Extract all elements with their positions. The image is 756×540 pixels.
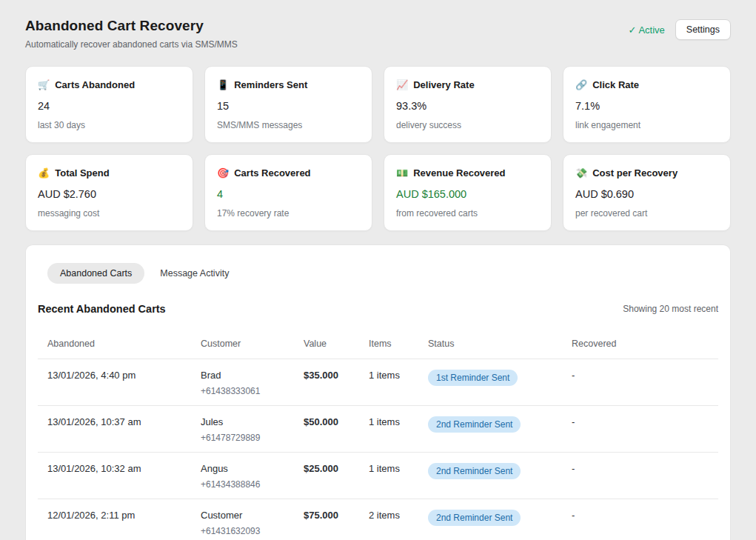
cell-items: 2 items [359,499,418,540]
stat-title: Reminders Sent [234,79,307,90]
stat-title: Revenue Recovered [413,167,505,179]
check-icon: ✓ [629,24,637,36]
stat-card: 💰 Total Spend AUD $2.760 messaging cost [25,154,193,231]
stat-title: Cost per Recovery [592,167,678,179]
stat-card: 🛒 Carts Abandoned 24 last 30 days [25,66,193,143]
cell-value: $50.000 [294,406,359,453]
col-abandoned: Abandoned [38,327,191,359]
customer-phone: +61431632093 [201,526,284,536]
cell-status: 1st Reminder Sent [418,359,562,406]
status-label: Active [638,24,664,36]
page: Abandoned Cart Recovery Automatically re… [0,0,756,540]
table-row: 12/01/2026, 2:11 pm Customer +6143163209… [38,499,718,540]
stat-head: 💰 Total Spend [38,167,181,179]
cell-abandoned: 12/01/2026, 2:11 pm [38,499,191,540]
stat-head: 📈 Delivery Rate [396,79,539,90]
cell-abandoned: 13/01/2026, 10:32 am [38,453,191,499]
stat-card: 💸 Cost per Recovery AUD $0.690 per recov… [563,154,731,231]
stat-subtitle: delivery success [396,120,539,130]
col-value: Value [294,327,359,359]
cell-items: 1 items [359,359,418,406]
stat-head: 🔗 Click Rate [575,79,718,90]
stat-value: 15 [217,100,360,112]
stat-subtitle: per recovered cart [575,208,718,219]
stat-value: AUD $2.760 [38,188,181,200]
page-header: Abandoned Cart Recovery Automatically re… [25,18,731,50]
status-pill: 2nd Reminder Sent [428,416,521,433]
stat-subtitle: messaging cost [38,208,181,219]
stat-head: 💸 Cost per Recovery [575,167,718,179]
customer-phone: +61434388846 [201,479,284,490]
stat-value: 24 [38,100,181,112]
status-pill: 2nd Reminder Sent [428,463,521,479]
stat-value: 4 [217,188,360,200]
customer-name: Angus [201,463,284,474]
header-left: Abandoned Cart Recovery Automatically re… [25,18,238,50]
customer-name: Jules [201,416,284,427]
tab-message-activity[interactable]: Message Activity [147,263,241,284]
stat-head: 💵 Revenue Recovered [396,167,539,179]
cell-abandoned: 13/01/2026, 4:40 pm [38,359,191,406]
stat-icon: 🔗 [575,80,587,90]
cart-table-body: 13/01/2026, 4:40 pm Brad +61438333061 $3… [38,359,718,540]
cell-customer: Brad +61438333061 [191,359,294,406]
stat-card: 🎯 Carts Recovered 4 17% recovery rate [204,154,372,231]
table-header-row: Abandoned Customer Value Items Status Re… [38,327,718,359]
cell-recovered: - [562,453,718,499]
stat-value: AUD $165.000 [396,188,539,200]
customer-phone: +61438333061 [201,386,284,396]
cell-recovered: - [562,406,718,453]
cell-recovered: - [562,359,718,406]
status-pill: 1st Reminder Sent [428,370,518,386]
table-row: 13/01/2026, 4:40 pm Brad +61438333061 $3… [38,359,718,406]
stat-card: 📈 Delivery Rate 93.3% delivery success [384,66,552,143]
cell-recovered: - [562,499,718,540]
stat-icon: 💵 [396,168,408,178]
stat-icon: 📱 [217,80,229,90]
status-badge: ✓ Active [629,24,665,36]
customer-name: Customer [201,510,284,521]
status-pill: 2nd Reminder Sent [428,510,521,526]
stat-value: AUD $0.690 [575,188,718,200]
stat-icon: 💰 [38,168,50,178]
stat-subtitle: from recovered carts [396,208,539,219]
cell-value: $35.000 [294,359,359,406]
cell-items: 1 items [359,453,418,499]
stat-subtitle: last 30 days [38,120,181,130]
tabs: Abandoned Carts Message Activity [47,263,718,284]
cell-customer: Jules +61478729889 [191,406,294,453]
customer-phone: +61478729889 [201,433,284,443]
stat-title: Total Spend [55,167,109,179]
section-title: Recent Abandoned Carts [38,303,166,315]
stat-subtitle: SMS/MMS messages [217,120,360,130]
stat-subtitle: 17% recovery rate [217,208,360,219]
stats-grid: 🛒 Carts Abandoned 24 last 30 days 📱 Remi… [25,66,731,231]
stat-value: 7.1% [575,100,718,112]
cell-customer: Angus +61434388846 [191,453,294,499]
header-right: ✓ Active Settings [629,18,731,40]
cell-value: $75.000 [294,499,359,540]
abandoned-carts-table: Abandoned Customer Value Items Status Re… [38,327,718,540]
stat-title: Carts Recovered [234,167,310,179]
page-title: Abandoned Cart Recovery [25,18,238,34]
page-subtitle: Automatically recover abandoned carts vi… [25,39,238,50]
stat-title: Carts Abandoned [55,79,135,90]
stat-card: 🔗 Click Rate 7.1% link engagement [563,66,731,143]
settings-button[interactable]: Settings [675,19,731,40]
stat-title: Delivery Rate [413,79,474,90]
stat-card: 📱 Reminders Sent 15 SMS/MMS messages [204,66,372,143]
stat-icon: 📈 [396,80,408,90]
cell-customer: Customer +61431632093 [191,499,294,540]
cell-status: 2nd Reminder Sent [418,406,562,453]
main-panel: Abandoned Carts Message Activity Recent … [25,244,731,540]
col-items: Items [359,327,418,359]
stat-icon: 💸 [575,168,587,178]
tab-abandoned-carts[interactable]: Abandoned Carts [47,263,144,284]
stat-card: 💵 Revenue Recovered AUD $165.000 from re… [384,154,552,231]
stat-head: 🎯 Carts Recovered [217,167,360,179]
cell-abandoned: 13/01/2026, 10:37 am [38,406,191,453]
stat-head: 📱 Reminders Sent [217,79,360,90]
table-row: 13/01/2026, 10:37 am Jules +61478729889 … [38,406,718,453]
col-customer: Customer [191,327,294,359]
customer-name: Brad [201,370,284,381]
